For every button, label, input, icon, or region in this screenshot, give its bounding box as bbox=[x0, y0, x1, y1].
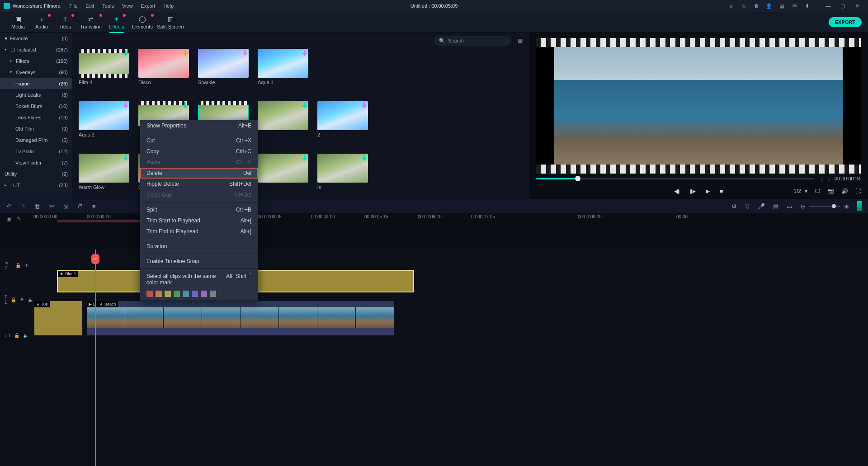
split-button[interactable]: ✂ bbox=[49, 203, 54, 210]
menu-file[interactable]: File bbox=[70, 3, 78, 9]
menu-tools[interactable]: Tools bbox=[102, 3, 114, 9]
account-icon[interactable]: 👤 bbox=[766, 3, 772, 9]
voiceover-icon[interactable]: 🎤 bbox=[758, 203, 765, 210]
grid-view-icon[interactable]: ▦ bbox=[518, 38, 523, 44]
sidebar-included[interactable]: ▾▢ Included(287) bbox=[0, 44, 72, 55]
tab-elements[interactable]: ◯Elements bbox=[128, 15, 156, 29]
eye-icon[interactable]: 👁 bbox=[24, 263, 29, 268]
mixer-icon[interactable]: ▤ bbox=[773, 203, 778, 210]
ctx-cut[interactable]: CutCtrl+X bbox=[140, 135, 258, 146]
sidebar-utility[interactable]: Utility(9) bbox=[0, 168, 72, 179]
track-head-audio[interactable]: ♪ 1🔓🔈 bbox=[0, 333, 29, 338]
window-maximize-button[interactable]: ▢ bbox=[835, 0, 850, 12]
timeline-clip-short[interactable]: ★ 70s bbox=[34, 301, 82, 335]
mute-icon[interactable]: 🔈 bbox=[28, 297, 33, 302]
tips-icon[interactable]: ☼ bbox=[728, 3, 734, 9]
play-button[interactable]: ▶ bbox=[706, 188, 710, 194]
sidebar-item-light-leaks[interactable]: Light Leaks(8) bbox=[0, 89, 72, 100]
snapshot-icon[interactable]: 📷 bbox=[827, 188, 834, 194]
redo-button[interactable]: ↷ bbox=[20, 203, 25, 210]
sidebar-favorite[interactable]: ♥ Favorite(0) bbox=[0, 33, 72, 44]
lock-icon[interactable]: 🔓 bbox=[14, 333, 19, 338]
ctx-show-properties[interactable]: Show PropertiesAlt+E bbox=[140, 120, 258, 131]
ctx-ripple-delete[interactable]: Ripple DeleteShift+Del bbox=[140, 179, 258, 189]
tab-split-screen[interactable]: ▥Split Screen bbox=[156, 15, 184, 29]
sidebar-item-tv-static[interactable]: Tv Static(12) bbox=[0, 146, 72, 157]
render-icon[interactable]: ⚙ bbox=[731, 203, 737, 210]
color-swatch[interactable] bbox=[174, 291, 180, 297]
ctx-copy[interactable]: CopyCtrl+C bbox=[140, 146, 258, 157]
preview-viewport[interactable] bbox=[536, 38, 861, 174]
window-minimize-button[interactable]: — bbox=[821, 0, 835, 12]
ctx-duration[interactable]: Duration bbox=[140, 241, 258, 252]
color-swatch[interactable] bbox=[156, 291, 162, 297]
mail-icon[interactable]: ✉ bbox=[791, 3, 797, 9]
menu-view[interactable]: View bbox=[122, 3, 133, 9]
window-close-button[interactable]: ✕ bbox=[850, 0, 864, 12]
undo-button[interactable]: ↶ bbox=[6, 203, 11, 210]
track-manage-icon[interactable]: ✎ bbox=[17, 216, 21, 222]
headset-icon[interactable]: ⎋ bbox=[741, 3, 747, 9]
ctx-trim-end[interactable]: Trim End to PlayheadAlt+] bbox=[140, 226, 258, 237]
save-icon[interactable]: ▤ bbox=[778, 3, 785, 9]
sidebar-lut[interactable]: ▸LUT(28) bbox=[0, 179, 72, 191]
ctx-snap[interactable]: Enable Timeline Snap bbox=[140, 256, 258, 267]
eye-icon[interactable]: 👁 bbox=[20, 297, 24, 302]
sidebar-item-damaged-film[interactable]: Damaged Film(5) bbox=[0, 134, 72, 146]
fullscreen-icon[interactable]: ⛶ bbox=[855, 188, 861, 194]
sidebar-item-frame[interactable]: Frame(26) bbox=[0, 78, 72, 89]
marker-icon[interactable]: ▽ bbox=[745, 203, 750, 210]
speed-button[interactable]: ⏱ bbox=[77, 203, 83, 210]
menu-edit[interactable]: Edit bbox=[85, 3, 94, 9]
preview-scrubber[interactable]: { } 00:00:00:24 bbox=[536, 174, 861, 184]
effect-thumb[interactable]: 2 bbox=[317, 101, 368, 137]
tab-titles[interactable]: TTitles bbox=[53, 15, 77, 29]
effect-thumb[interactable]: ls bbox=[317, 154, 368, 190]
ctx-trim-start[interactable]: Trim Start to PlayheadAlt+[ bbox=[140, 215, 258, 226]
playhead[interactable]: ✂ bbox=[95, 249, 96, 466]
gift-icon[interactable]: 🗑 bbox=[753, 3, 760, 9]
effect-thumb[interactable]: Disco bbox=[138, 49, 189, 85]
color-swatch[interactable] bbox=[183, 291, 189, 297]
stop-button[interactable]: ■ bbox=[720, 188, 723, 194]
volume-icon[interactable]: 🔊 bbox=[841, 188, 848, 194]
track-add-icon[interactable]: ▣ bbox=[6, 216, 11, 222]
delete-button[interactable]: 🗑 bbox=[34, 203, 40, 210]
tab-effects[interactable]: ✦Effects bbox=[105, 15, 128, 29]
track-head-fx[interactable]: fx 2🔓👁 bbox=[0, 260, 29, 270]
effect-thumb[interactable]: Sparkle bbox=[198, 49, 249, 85]
sidebar-filters[interactable]: ▸Filters(160) bbox=[0, 55, 72, 66]
color-swatch[interactable] bbox=[201, 291, 207, 297]
tab-audio[interactable]: ♪Audio bbox=[30, 15, 53, 29]
effect-thumb[interactable] bbox=[258, 101, 308, 137]
effect-thumb[interactable] bbox=[258, 154, 308, 190]
export-button[interactable]: EXPORT bbox=[829, 17, 862, 27]
ctx-select-color[interactable]: Select all clips with the same color mar… bbox=[140, 271, 258, 288]
crop-button[interactable]: ◎ bbox=[63, 203, 68, 210]
download-icon[interactable]: ⬇ bbox=[804, 3, 810, 9]
color-swatch[interactable] bbox=[192, 291, 198, 297]
effect-thumb[interactable]: Aqua 1 bbox=[258, 49, 308, 85]
ratio-icon[interactable]: ▭ bbox=[787, 203, 792, 210]
effect-thumb[interactable]: Aqua 2 bbox=[79, 101, 129, 137]
sidebar-item-old-film[interactable]: Old Film(9) bbox=[0, 123, 72, 134]
timeline-clip-beach[interactable]: ▶ B ★ Beach bbox=[87, 301, 394, 335]
zoom-out-button[interactable]: ⊖ bbox=[800, 203, 805, 210]
search-input[interactable]: 🔍Search bbox=[434, 36, 511, 46]
ctx-delete[interactable]: DeleteDel bbox=[140, 168, 258, 179]
sidebar-item-lens-flares[interactable]: Lens Flares(13) bbox=[0, 112, 72, 123]
tab-media[interactable]: ▣Media bbox=[6, 15, 30, 29]
next-frame-button[interactable]: ▮▸ bbox=[690, 188, 696, 194]
lock-icon[interactable]: 🔓 bbox=[15, 263, 21, 268]
color-swatch[interactable] bbox=[146, 291, 153, 297]
sidebar-overlays[interactable]: ▾Overlays(90) bbox=[0, 66, 72, 78]
mute-icon[interactable]: 🔈 bbox=[23, 333, 28, 338]
sidebar-item-view-finder[interactable]: View Finder(7) bbox=[0, 157, 72, 168]
effect-thumb[interactable]: Film 4 bbox=[79, 49, 129, 85]
ctx-split[interactable]: SplitCtrl+B bbox=[140, 204, 258, 215]
color-swatch[interactable] bbox=[165, 291, 171, 297]
tab-transition[interactable]: ⇄Transition bbox=[77, 15, 105, 29]
menu-export[interactable]: Export bbox=[141, 3, 156, 9]
color-button[interactable]: ≡ bbox=[92, 203, 96, 210]
effect-thumb[interactable]: Warm Glow bbox=[79, 154, 129, 190]
